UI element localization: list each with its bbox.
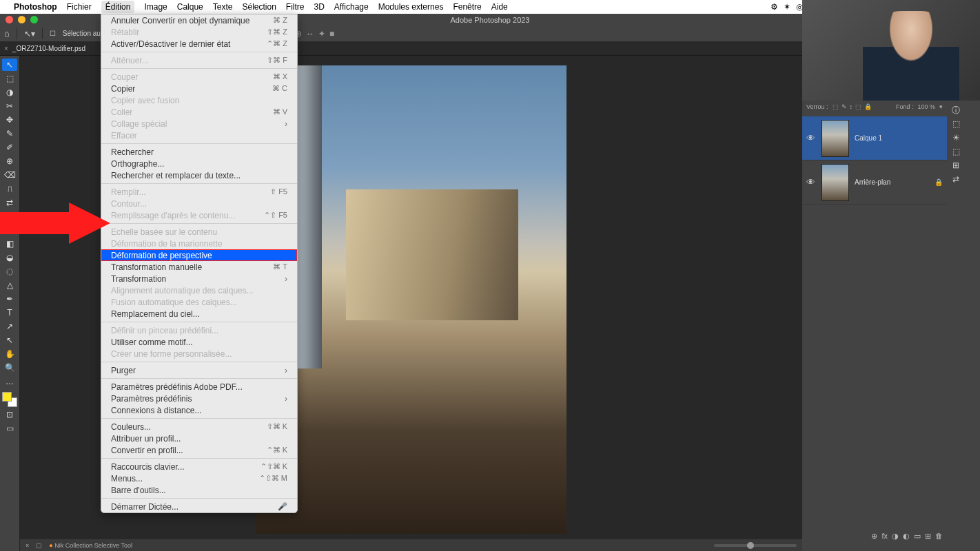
layer-thumbnail[interactable] — [821, 164, 849, 201]
menu-item[interactable]: Couleurs...⇧⌘ K — [101, 421, 297, 433]
menu-3d[interactable]: 3D — [314, 2, 325, 12]
menu-item[interactable]: Activer/Désactiver le dernier état⌃⌘ Z — [101, 38, 297, 50]
menu-item[interactable]: Annuler Convertir en objet dynamique⌘ Z — [101, 14, 297, 26]
menu-item[interactable]: Remplacement du ciel... — [101, 308, 297, 320]
traffic-lights[interactable] — [6, 16, 38, 23]
tool-20[interactable]: ↖ — [2, 334, 17, 346]
document-tab[interactable]: × _ORZ2710-Modifier.psd — [4, 45, 85, 52]
tool-0[interactable]: ↖ — [2, 59, 17, 71]
layers-footer-icon[interactable]: ◑ — [892, 532, 899, 541]
menu-calque[interactable]: Calque — [177, 2, 203, 12]
lock-option-icon[interactable]: 🔒 — [864, 103, 872, 110]
visibility-icon[interactable]: 👁 — [806, 133, 816, 143]
panel-toggle-icon[interactable]: ⓘ — [950, 104, 962, 116]
menu-item[interactable]: Transformation manuelle⌘ T — [101, 261, 297, 273]
tool-9[interactable]: ⎍ — [2, 183, 17, 195]
layer-row[interactable]: 👁Calque 1 — [802, 116, 947, 160]
menu-sélection[interactable]: Sélection — [242, 2, 276, 12]
menu-image[interactable]: Image — [144, 2, 167, 12]
layer-thumbnail[interactable] — [821, 120, 849, 157]
menu-item[interactable]: Barre d'outils... — [101, 484, 297, 496]
tool-17[interactable]: ✒ — [2, 293, 17, 305]
layers-footer-icon[interactable]: ◐ — [903, 532, 910, 541]
status-icon[interactable]: ✶ — [784, 2, 790, 12]
tool-extra[interactable]: ⊡ — [2, 408, 17, 421]
layers-footer-icon[interactable]: 🗑 — [935, 532, 943, 541]
tool-1[interactable]: ⬚ — [2, 72, 17, 85]
menu-filtre[interactable]: Filtre — [286, 2, 305, 12]
tool-23[interactable]: … — [2, 375, 17, 388]
menu-item[interactable]: Paramètres prédéfinis› — [101, 393, 297, 404]
layer-row[interactable]: 👁Arrière-plan🔒 — [802, 160, 947, 205]
bottom-min-icon[interactable]: ▢ — [36, 542, 42, 549]
layers-footer-icon[interactable]: ▭ — [914, 532, 921, 541]
layer-name[interactable]: Calque 1 — [855, 134, 882, 142]
panel-toggle-icon[interactable]: ⬚ — [950, 118, 962, 130]
panel-toggle-icon[interactable]: ⇄ — [950, 173, 962, 185]
tool-7[interactable]: ⊕ — [2, 155, 17, 167]
layer-name[interactable]: Arrière-plan — [855, 178, 890, 186]
mode3d-icon[interactable]: ■ — [329, 29, 334, 39]
close-window-icon[interactable] — [6, 16, 13, 23]
menu-fichier[interactable]: Fichier — [67, 2, 92, 12]
menu-modules externes[interactable]: Modules externes — [378, 2, 444, 12]
tool-3[interactable]: ✂ — [2, 100, 17, 112]
menu-édition[interactable]: Édition — [101, 1, 135, 13]
menu-item[interactable]: Utiliser comme motif... — [101, 336, 297, 348]
lock-option-icon[interactable]: ⬚ — [833, 103, 839, 110]
menu-item[interactable]: Paramètres prédéfinis Adobe PDF... — [101, 381, 297, 393]
auto-select-checkbox[interactable]: ☐ — [50, 30, 56, 37]
menu-item[interactable]: Copier⌘ C — [101, 83, 297, 94]
tool-22[interactable]: 🔍 — [2, 362, 17, 374]
layers-footer-icon[interactable]: ⊞ — [925, 532, 931, 541]
zoom-slider[interactable] — [714, 544, 797, 547]
fill-dropdown-icon[interactable]: ▾ — [939, 103, 943, 110]
panel-toggle-icon[interactable]: ⊞ — [950, 159, 962, 171]
zoom-window-icon[interactable] — [30, 16, 38, 23]
layers-footer-icon[interactable]: ⊕ — [871, 532, 877, 541]
layers-footer-icon[interactable]: fx — [881, 532, 888, 541]
tool-15[interactable]: ◌ — [2, 265, 17, 278]
menu-item[interactable]: Déformation de perspective — [101, 249, 297, 261]
nik-tool[interactable]: ● Nik Collection Selective Tool — [49, 542, 132, 549]
tool-16[interactable]: △ — [2, 279, 17, 291]
tool-6[interactable]: ✐ — [2, 141, 17, 154]
lock-option-icon[interactable]: ↕ — [850, 103, 853, 110]
app-name[interactable]: Photoshop — [14, 2, 57, 12]
document-canvas[interactable] — [256, 65, 566, 534]
color-swatch[interactable] — [2, 392, 17, 407]
panel-toggle-icon[interactable]: ⬚ — [950, 145, 962, 158]
mode3d-icon[interactable]: ↔ — [306, 29, 314, 39]
menu-item[interactable]: Rechercher — [101, 146, 297, 158]
tool-5[interactable]: ✎ — [2, 127, 17, 140]
menu-texte[interactable]: Texte — [213, 2, 233, 12]
menu-item[interactable]: Attribuer un profil... — [101, 433, 297, 444]
tool-14[interactable]: ◒ — [2, 251, 17, 264]
menu-item[interactable]: Menus...⌃⇧⌘ M — [101, 472, 297, 484]
menu-fenêtre[interactable]: Fenêtre — [453, 2, 481, 12]
home-icon[interactable]: ⌂ — [4, 28, 10, 39]
fill-value[interactable]: 100 % — [917, 103, 935, 110]
panel-toggle-icon[interactable]: ☀ — [950, 132, 962, 144]
tool-4[interactable]: ✥ — [2, 114, 17, 126]
menu-aide[interactable]: Aide — [491, 2, 508, 12]
menu-item[interactable]: Raccourcis clavier...⌃⇧⌘ K — [101, 461, 297, 472]
tool-indicator-icon[interactable]: ↖▾ — [24, 29, 35, 39]
tool-extra[interactable]: ▭ — [2, 422, 17, 435]
menu-item[interactable]: Connexions à distance... — [101, 404, 297, 416]
menu-item[interactable]: Rechercher et remplacer du texte... — [101, 169, 297, 181]
tool-18[interactable]: T — [2, 306, 17, 319]
tool-8[interactable]: ⌫ — [2, 169, 17, 181]
menu-affichage[interactable]: Affichage — [334, 2, 369, 12]
menu-item[interactable]: Convertir en profil...⌃⌘ K — [101, 444, 297, 456]
tool-2[interactable]: ◑ — [2, 86, 17, 98]
menu-item[interactable]: Purger› — [101, 364, 297, 376]
minimize-window-icon[interactable] — [18, 16, 25, 23]
visibility-icon[interactable]: 👁 — [806, 177, 816, 187]
menu-item[interactable]: Démarrer Dictée...🎤 — [101, 501, 297, 512]
tool-19[interactable]: ↗ — [2, 320, 17, 333]
menu-item[interactable]: Transformation› — [101, 273, 297, 284]
bottom-close-icon[interactable]: × — [25, 542, 29, 549]
status-icon[interactable]: ⚙ — [770, 2, 778, 12]
mode3d-icon[interactable]: ✦ — [318, 29, 325, 39]
